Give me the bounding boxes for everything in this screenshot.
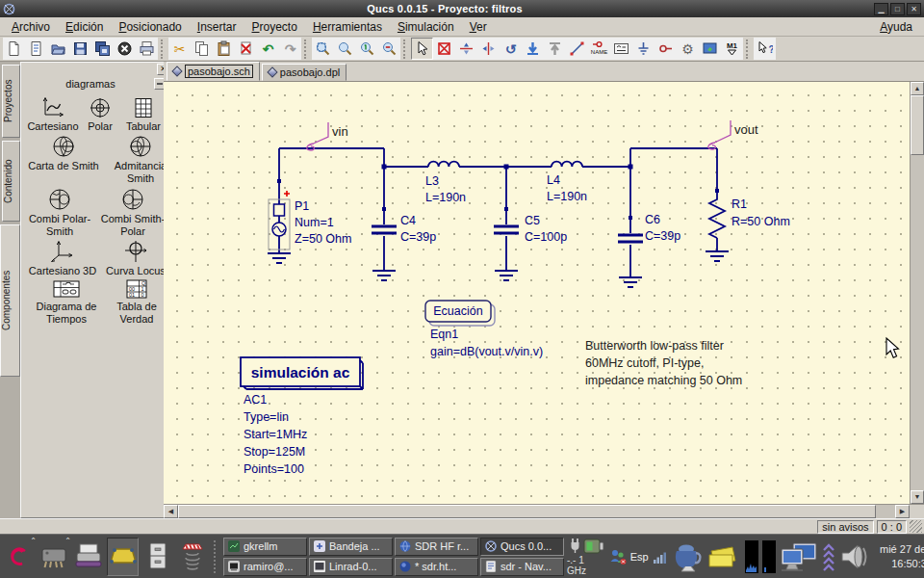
insert-ground-icon[interactable] <box>632 38 654 60</box>
align-top-icon[interactable] <box>544 38 566 60</box>
palette-item-admitancia-smith[interactable]: Admitancia Smith <box>110 134 171 185</box>
select-pointer-icon[interactable] <box>411 38 433 60</box>
horizontal-scroll-thumb[interactable] <box>178 505 876 518</box>
align-bottom-icon[interactable] <box>522 38 544 60</box>
scroll-right-icon[interactable]: ▶ <box>895 505 910 518</box>
node-label-vout[interactable]: vout <box>734 122 758 137</box>
insert-port-icon[interactable] <box>654 38 677 60</box>
minimize-icon[interactable]: ▁ <box>874 3 888 15</box>
component-r1[interactable] <box>709 196 725 238</box>
palette-item-cartesiano[interactable]: Cartesiano <box>27 96 79 133</box>
task-linrad[interactable]: Linrad-0... <box>309 558 393 576</box>
schematic-canvas[interactable]: vin vout P1 Num=1 Z=50 Ohm C4 C=39p L3 L… <box>164 82 910 504</box>
rotate-icon[interactable]: ↺ <box>500 38 522 60</box>
taskbar-clock[interactable]: mié 27 de abr 16:50:33 <box>875 542 924 570</box>
insert-wire-icon[interactable] <box>566 38 588 60</box>
speaker-icon[interactable] <box>838 540 871 573</box>
component-c6[interactable] <box>618 235 643 242</box>
equation-box[interactable]: Ecuación <box>425 301 495 326</box>
launcher-chip[interactable]: ⌃ <box>38 538 69 576</box>
view-data-display-icon[interactable] <box>699 38 721 60</box>
palette-item-polar[interactable]: Polar <box>83 96 117 133</box>
sidebar-tab-componentes[interactable]: Componentes <box>0 224 20 377</box>
kettle-icon[interactable] <box>672 541 705 572</box>
maximize-icon[interactable]: □ <box>890 3 905 15</box>
palette-item-combi-smith-polar[interactable]: Combi Smith-Polar <box>98 187 167 238</box>
palette-item-carta-smith[interactable]: Carta de Smith <box>21 134 106 172</box>
menu-simulacion[interactable]: Simulación <box>390 19 462 35</box>
task-ramiro-terminal[interactable]: ramiro@... <box>223 558 307 576</box>
redo-icon[interactable]: ↷ <box>279 38 301 60</box>
zoom-out-icon[interactable] <box>378 38 400 60</box>
sidebar-tab-contenido[interactable]: Contenido <box>2 141 20 222</box>
close-icon[interactable]: ✕ <box>907 3 921 15</box>
scroll-down-icon[interactable]: ▼ <box>911 490 924 504</box>
component-l3[interactable] <box>428 162 459 167</box>
component-c4[interactable] <box>372 226 397 233</box>
horizontal-scrollbar[interactable]: ◀ ▶ <box>164 504 910 518</box>
launcher-debian[interactable]: ⌃ <box>3 538 35 576</box>
zoom-one-icon[interactable] <box>356 38 378 60</box>
paste-icon[interactable] <box>213 38 235 60</box>
tab-pasobajo-dpl[interactable]: pasobajo.dpl <box>262 64 346 81</box>
mirror-y-axis-icon[interactable] <box>477 38 500 60</box>
chevrons-icon[interactable] <box>822 541 835 572</box>
palette-item-combi-polar-smith[interactable]: Combi Polar-Smith <box>25 187 94 238</box>
undo-icon[interactable]: ↶ <box>257 38 279 60</box>
insert-label-icon[interactable]: NAME <box>588 38 610 60</box>
scroll-up-icon[interactable]: ▲ <box>911 82 924 95</box>
keyboard-layout[interactable]: Esp <box>630 551 649 563</box>
power-applet[interactable]: -.- 1 GHz <box>567 538 605 576</box>
notes-icon[interactable] <box>707 543 740 570</box>
menu-edicion[interactable]: Edición <box>58 19 111 35</box>
new-file-icon[interactable] <box>3 38 25 60</box>
task-sdr-hf[interactable]: SDR HF r... <box>395 538 478 556</box>
task-sdr-ht-editor[interactable]: * sdr.ht... <box>395 558 478 576</box>
launcher-show-desktop[interactable] <box>107 538 139 576</box>
copy-icon[interactable] <box>191 38 213 60</box>
task-sdr-nav[interactable]: sdr - Nav... <box>480 558 564 576</box>
launcher-spring-toy[interactable] <box>176 538 208 576</box>
vertical-scroll-thumb[interactable] <box>911 95 924 155</box>
menu-insertar[interactable]: Insertar <box>190 19 244 35</box>
palette-item-curva-locus[interactable]: Curva Locus <box>104 239 167 277</box>
menu-ayuda[interactable]: Ayuda <box>872 19 920 35</box>
close-document-icon[interactable] <box>114 38 136 60</box>
palette-item-tabla-verdad[interactable]: Q001010 Tabla de Verdad <box>109 278 165 326</box>
component-l4[interactable] <box>552 162 582 167</box>
tab-pasobajo-sch[interactable]: pasobajo.sch <box>167 62 260 81</box>
deactivate-component-icon[interactable] <box>433 38 455 60</box>
delete-icon[interactable] <box>235 38 257 60</box>
monitors-icon[interactable] <box>780 540 817 573</box>
launcher-file-cabinet[interactable] <box>141 538 173 576</box>
palette-item-tabular[interactable]: Tabular <box>121 96 166 133</box>
zoom-area-icon[interactable] <box>312 38 334 60</box>
new-text-icon[interactable] <box>25 38 47 60</box>
mirror-x-axis-icon[interactable] <box>455 38 477 60</box>
open-icon[interactable] <box>47 38 69 60</box>
users-icon[interactable] <box>609 548 627 565</box>
task-bandeja[interactable]: Bandeja ... <box>309 538 393 556</box>
category-selector[interactable]: diagramas <box>27 76 166 92</box>
resize-grip[interactable] <box>910 520 922 533</box>
set-marker-icon[interactable]: M1 <box>721 38 743 60</box>
menu-archivo[interactable]: Archivo <box>4 19 58 35</box>
print-icon[interactable] <box>136 38 158 60</box>
vertical-scrollbar[interactable]: ▲ ▼ <box>910 82 924 504</box>
component-c5[interactable] <box>494 226 519 233</box>
palette-item-diagrama-tiempos[interactable]: Diagrama de Tiempos <box>28 278 105 326</box>
scroll-left-icon[interactable]: ◀ <box>164 505 178 518</box>
palette-item-cartesiano-3d[interactable]: Cartesiano 3D <box>25 239 100 277</box>
simulate-icon[interactable]: ⚙ <box>677 38 699 60</box>
cut-icon[interactable]: ✂ <box>168 38 191 60</box>
sidebar-tab-proyectos[interactable]: Proyectos <box>2 65 20 138</box>
task-qucs[interactable]: Qucs 0.0... <box>480 538 564 556</box>
system-monitor-icon[interactable] <box>744 539 777 574</box>
save-icon[interactable] <box>69 38 91 60</box>
save-all-icon[interactable] <box>91 38 114 60</box>
menu-proyecto[interactable]: Proyecto <box>244 19 305 35</box>
node-label-vin[interactable]: vin <box>332 124 348 139</box>
menu-ver[interactable]: Ver <box>462 19 495 35</box>
ac-simulation-box[interactable]: simulación ac <box>241 357 363 389</box>
task-gkrellm[interactable]: gkrellm <box>223 538 307 556</box>
